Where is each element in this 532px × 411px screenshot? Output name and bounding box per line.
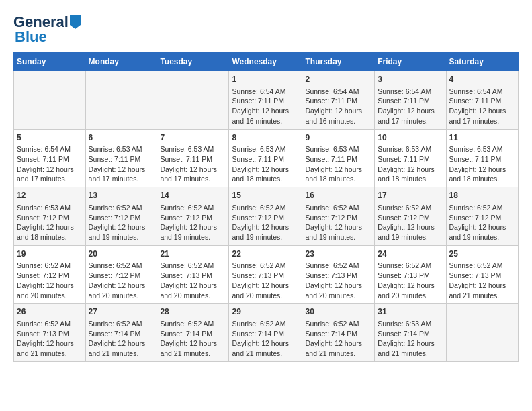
calendar-cell: 18Sunrise: 6:52 AM Sunset: 7:12 PM Dayli…: [446, 187, 518, 246]
day-number: 12: [17, 190, 83, 201]
logo-icon: [70, 15, 81, 29]
header-saturday: Saturday: [446, 53, 518, 71]
day-info: Sunrise: 6:53 AM Sunset: 7:11 PM Dayligh…: [449, 144, 515, 184]
calendar-cell: 16Sunrise: 6:52 AM Sunset: 7:12 PM Dayli…: [302, 187, 375, 246]
header-thursday: Thursday: [302, 53, 375, 71]
calendar-cell: 11Sunrise: 6:53 AM Sunset: 7:11 PM Dayli…: [446, 129, 518, 187]
day-number: 5: [17, 132, 83, 144]
calendar-cell: 9Sunrise: 6:53 AM Sunset: 7:11 PM Daylig…: [302, 129, 375, 187]
day-info: Sunrise: 6:54 AM Sunset: 7:11 PM Dayligh…: [378, 87, 443, 126]
day-number: 8: [232, 132, 299, 144]
day-info: Sunrise: 6:52 AM Sunset: 7:12 PM Dayligh…: [89, 203, 154, 242]
calendar-cell: [157, 71, 229, 130]
day-number: 20: [89, 248, 154, 260]
day-number: 25: [449, 248, 515, 260]
header-monday: Monday: [85, 53, 157, 71]
day-info: Sunrise: 6:52 AM Sunset: 7:13 PM Dayligh…: [160, 261, 226, 300]
day-number: 16: [305, 190, 371, 201]
calendar-cell: 30Sunrise: 6:52 AM Sunset: 7:14 PM Dayli…: [302, 304, 375, 362]
day-info: Sunrise: 6:52 AM Sunset: 7:14 PM Dayligh…: [160, 319, 226, 359]
day-info: Sunrise: 6:52 AM Sunset: 7:12 PM Dayligh…: [449, 203, 515, 242]
day-number: 29: [232, 306, 299, 318]
day-number: 28: [160, 306, 226, 318]
calendar-cell: 8Sunrise: 6:53 AM Sunset: 7:11 PM Daylig…: [229, 129, 302, 187]
week-row-4: 26Sunrise: 6:52 AM Sunset: 7:13 PM Dayli…: [14, 304, 519, 362]
day-info: Sunrise: 6:53 AM Sunset: 7:11 PM Dayligh…: [232, 144, 299, 184]
day-info: Sunrise: 6:52 AM Sunset: 7:12 PM Dayligh…: [17, 261, 83, 300]
calendar-cell: 4Sunrise: 6:54 AM Sunset: 7:11 PM Daylig…: [446, 71, 518, 130]
day-number: 19: [17, 248, 83, 260]
day-info: Sunrise: 6:54 AM Sunset: 7:11 PM Dayligh…: [449, 87, 515, 126]
calendar-cell: 27Sunrise: 6:52 AM Sunset: 7:14 PM Dayli…: [85, 304, 157, 362]
day-number: 17: [378, 190, 443, 201]
calendar-cell: 15Sunrise: 6:52 AM Sunset: 7:12 PM Dayli…: [229, 187, 302, 246]
day-info: Sunrise: 6:53 AM Sunset: 7:11 PM Dayligh…: [89, 144, 154, 184]
calendar-cell: 24Sunrise: 6:52 AM Sunset: 7:13 PM Dayli…: [375, 245, 446, 304]
calendar-cell: 14Sunrise: 6:52 AM Sunset: 7:12 PM Dayli…: [157, 187, 229, 246]
logo: General Blue: [13, 13, 81, 46]
day-info: Sunrise: 6:52 AM Sunset: 7:14 PM Dayligh…: [232, 319, 299, 359]
day-number: 24: [378, 248, 443, 260]
day-number: 18: [449, 190, 515, 201]
calendar-cell: [14, 71, 86, 130]
day-info: Sunrise: 6:52 AM Sunset: 7:12 PM Dayligh…: [378, 203, 443, 242]
week-row-2: 12Sunrise: 6:53 AM Sunset: 7:12 PM Dayli…: [14, 187, 519, 246]
day-number: 14: [160, 190, 226, 201]
day-info: Sunrise: 6:53 AM Sunset: 7:14 PM Dayligh…: [378, 319, 443, 359]
day-number: 13: [89, 190, 154, 201]
calendar-cell: 19Sunrise: 6:52 AM Sunset: 7:12 PM Dayli…: [14, 245, 86, 304]
day-info: Sunrise: 6:52 AM Sunset: 7:13 PM Dayligh…: [305, 261, 371, 300]
header-wednesday: Wednesday: [229, 53, 302, 71]
day-number: 9: [305, 132, 371, 144]
week-row-3: 19Sunrise: 6:52 AM Sunset: 7:12 PM Dayli…: [14, 245, 519, 304]
calendar-cell: 23Sunrise: 6:52 AM Sunset: 7:13 PM Dayli…: [302, 245, 375, 304]
calendar-cell: 28Sunrise: 6:52 AM Sunset: 7:14 PM Dayli…: [157, 304, 229, 362]
calendar-cell: 31Sunrise: 6:53 AM Sunset: 7:14 PM Dayli…: [375, 304, 446, 362]
day-info: Sunrise: 6:52 AM Sunset: 7:12 PM Dayligh…: [232, 203, 299, 242]
day-info: Sunrise: 6:54 AM Sunset: 7:11 PM Dayligh…: [17, 144, 83, 184]
day-info: Sunrise: 6:54 AM Sunset: 7:11 PM Dayligh…: [232, 87, 299, 126]
calendar-cell: 25Sunrise: 6:52 AM Sunset: 7:13 PM Dayli…: [446, 245, 518, 304]
calendar-cell: 3Sunrise: 6:54 AM Sunset: 7:11 PM Daylig…: [375, 71, 446, 130]
calendar-cell: 10Sunrise: 6:53 AM Sunset: 7:11 PM Dayli…: [375, 129, 446, 187]
week-row-0: 1Sunrise: 6:54 AM Sunset: 7:11 PM Daylig…: [14, 71, 519, 130]
calendar-cell: 17Sunrise: 6:52 AM Sunset: 7:12 PM Dayli…: [375, 187, 446, 246]
header-sunday: Sunday: [14, 53, 86, 71]
day-number: 1: [232, 74, 299, 85]
day-number: 27: [89, 306, 154, 318]
day-number: 7: [160, 132, 226, 144]
day-number: 21: [160, 248, 226, 260]
day-info: Sunrise: 6:53 AM Sunset: 7:12 PM Dayligh…: [17, 203, 83, 242]
day-number: 31: [378, 306, 443, 318]
calendar-header-row: SundayMondayTuesdayWednesdayThursdayFrid…: [14, 53, 519, 71]
calendar-cell: [85, 71, 157, 130]
day-number: 26: [17, 306, 83, 318]
day-number: 10: [378, 132, 443, 144]
day-number: 30: [305, 306, 371, 318]
calendar-cell: 20Sunrise: 6:52 AM Sunset: 7:12 PM Dayli…: [85, 245, 157, 304]
day-info: Sunrise: 6:54 AM Sunset: 7:11 PM Dayligh…: [305, 87, 371, 126]
day-number: 4: [449, 74, 515, 85]
day-info: Sunrise: 6:53 AM Sunset: 7:11 PM Dayligh…: [160, 144, 226, 184]
day-number: 22: [232, 248, 299, 260]
logo-blue-text: Blue: [15, 28, 47, 46]
calendar-cell: 21Sunrise: 6:52 AM Sunset: 7:13 PM Dayli…: [157, 245, 229, 304]
day-number: 6: [89, 132, 154, 144]
day-info: Sunrise: 6:52 AM Sunset: 7:14 PM Dayligh…: [305, 319, 371, 359]
day-info: Sunrise: 6:53 AM Sunset: 7:11 PM Dayligh…: [305, 144, 371, 184]
calendar-cell: 13Sunrise: 6:52 AM Sunset: 7:12 PM Dayli…: [85, 187, 157, 246]
day-info: Sunrise: 6:52 AM Sunset: 7:12 PM Dayligh…: [89, 261, 154, 300]
day-info: Sunrise: 6:52 AM Sunset: 7:12 PM Dayligh…: [160, 203, 226, 242]
day-number: 15: [232, 190, 299, 201]
header: General Blue: [13, 13, 519, 46]
day-info: Sunrise: 6:52 AM Sunset: 7:13 PM Dayligh…: [449, 261, 515, 300]
day-info: Sunrise: 6:52 AM Sunset: 7:13 PM Dayligh…: [232, 261, 299, 300]
day-number: 11: [449, 132, 515, 144]
day-number: 3: [378, 74, 443, 85]
calendar-cell: 2Sunrise: 6:54 AM Sunset: 7:11 PM Daylig…: [302, 71, 375, 130]
day-number: 2: [305, 74, 371, 85]
day-info: Sunrise: 6:52 AM Sunset: 7:12 PM Dayligh…: [305, 203, 371, 242]
day-info: Sunrise: 6:52 AM Sunset: 7:14 PM Dayligh…: [89, 319, 154, 359]
week-row-1: 5Sunrise: 6:54 AM Sunset: 7:11 PM Daylig…: [14, 129, 519, 187]
calendar-cell: 5Sunrise: 6:54 AM Sunset: 7:11 PM Daylig…: [14, 129, 86, 187]
